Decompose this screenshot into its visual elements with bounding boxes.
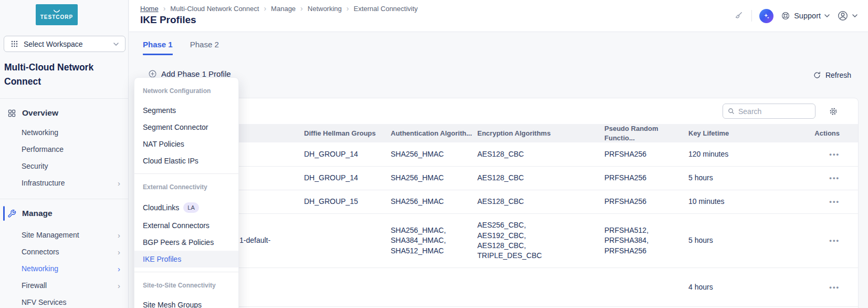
sidebar-item-label: Networking xyxy=(22,264,118,273)
refresh-icon xyxy=(813,71,821,79)
sidebar-divider xyxy=(0,199,128,199)
sidebar-item-label: Firewall xyxy=(22,281,118,290)
breadcrumb-item[interactable]: External Connectivity xyxy=(353,5,417,13)
table-header-row: Diffie Hellman Groups Authentication Alg… xyxy=(140,124,858,142)
cell-key-lifetime: 5 hours xyxy=(688,173,793,183)
chevron-down-icon xyxy=(824,14,830,17)
tab-phase-1[interactable]: Phase 1 xyxy=(143,40,173,55)
ai-sparkle-icon[interactable] xyxy=(759,9,773,23)
search-icon xyxy=(727,107,735,115)
workspace-selector-label: Select Workspace xyxy=(24,40,108,48)
cell-prf: PRFSHA256 xyxy=(604,149,688,159)
sidebar-section-manage[interactable]: Manage xyxy=(0,204,128,222)
sidebar-section-overview[interactable]: Overview xyxy=(0,104,128,122)
breadcrumb-item[interactable]: Multi-Cloud Network Connect xyxy=(170,5,259,13)
menu-item-label: CloudLinks xyxy=(143,203,179,212)
sidebar-item-performance[interactable]: Performance xyxy=(0,141,128,158)
chevron-right-icon xyxy=(163,4,166,13)
tab-phase-2[interactable]: Phase 2 xyxy=(190,40,219,55)
sidebar-item-label: Networking xyxy=(22,128,120,137)
column-header-actions: Actions xyxy=(793,129,858,138)
grid-2x2-icon xyxy=(7,109,16,118)
sidebar-item-label: Connectors xyxy=(22,248,118,256)
top-actions: Support xyxy=(732,0,857,32)
menu-item-external-connectors[interactable]: External Connectors xyxy=(134,217,238,234)
cell-encryption-algorithms: AES128_CBC xyxy=(477,173,604,183)
table-row[interactable]: 4 hours ••• xyxy=(140,268,858,307)
sidebar-item-infrastructure[interactable]: Infrastructure xyxy=(0,174,128,191)
cell-prf: PRFSHA256 xyxy=(604,173,688,183)
row-actions-menu-button[interactable]: ••• xyxy=(829,150,840,158)
cell-prf: PRFSHA512, PRFSHA384, PRFSHA256 xyxy=(604,225,688,256)
table-toolbar xyxy=(140,98,858,124)
sidebar: TESTCORP Select Workspace Multi-Cloud Ne… xyxy=(0,0,129,308)
search-input[interactable] xyxy=(738,107,811,116)
sidebar-item-label: Infrastructure xyxy=(22,179,118,187)
chevron-right-icon xyxy=(300,4,303,13)
account-menu-button[interactable] xyxy=(837,10,857,22)
user-circle-icon xyxy=(837,10,849,22)
sidebar-item-site-management[interactable]: Site Management xyxy=(0,227,128,243)
la-badge: LA xyxy=(183,202,198,213)
cell-encryption-algorithms: AES128_CBC xyxy=(477,197,604,207)
support-button[interactable]: Support xyxy=(781,11,830,20)
grid-3x3-icon xyxy=(11,40,18,48)
sidebar-divider xyxy=(0,98,128,99)
ike-profiles-table-card: Diffie Hellman Groups Authentication Alg… xyxy=(139,98,859,308)
row-actions-menu-button[interactable]: ••• xyxy=(829,283,840,291)
refresh-label: Refresh xyxy=(825,71,851,79)
sidebar-item-label: Site Management xyxy=(22,231,118,239)
breadcrumb-item[interactable]: Networking xyxy=(308,5,342,13)
gear-icon[interactable] xyxy=(829,107,838,116)
column-header-dh-groups: Diffie Hellman Groups xyxy=(304,129,391,138)
column-header-encryption-algorithms: Encryption Algorithms xyxy=(477,129,604,138)
table-row[interactable]: DH_GROUP_15 SHA256_HMAC AES128_CBC PRFSH… xyxy=(140,190,858,214)
menu-item-segments[interactable]: Segments xyxy=(134,102,238,119)
table-row[interactable]: DH_GROUP_14 SHA256_HMAC AES128_CBC PRFSH… xyxy=(140,167,858,190)
table-row[interactable]: 1-default- SHA256_HMAC, SHA384_HMAC, SHA… xyxy=(140,214,858,268)
breadcrumb-home-link[interactable]: Home xyxy=(140,5,159,13)
cell-prf: PRFSHA256 xyxy=(604,197,688,207)
cell-key-lifetime: 120 minutes xyxy=(688,149,793,159)
menu-item-segment-connector[interactable]: Segment Connector xyxy=(134,119,238,136)
row-actions-menu-button[interactable]: ••• xyxy=(829,237,840,244)
vertical-divider xyxy=(751,10,752,22)
cell-auth-algorithms: SHA256_HMAC xyxy=(391,197,477,207)
menu-group-site-to-site: Site-to-Site Connectivity xyxy=(134,272,238,296)
refresh-button[interactable]: Refresh xyxy=(813,71,851,79)
cell-auth-algorithms: SHA256_HMAC, SHA384_HMAC, SHA512_HMAC xyxy=(391,225,477,256)
sidebar-item-networking-overview[interactable]: Networking xyxy=(0,124,128,141)
logo-wings-icon xyxy=(51,9,62,13)
search-box xyxy=(723,104,815,119)
menu-item-ike-profiles[interactable]: IKE Profiles xyxy=(134,251,238,268)
menu-item-bgp-peers-policies[interactable]: BGP Peers & Policies xyxy=(134,234,238,251)
sidebar-item-nfv-services[interactable]: NFV Services xyxy=(0,294,128,308)
sidebar-item-connectors[interactable]: Connectors xyxy=(0,243,128,260)
sidebar-item-label: Performance xyxy=(22,145,120,153)
column-header-auth-algorithms: Authentication Algorith... xyxy=(391,129,477,138)
menu-item-cloud-elastic-ips[interactable]: Cloud Elastic IPs xyxy=(134,152,238,169)
breadcrumb-item[interactable]: Manage xyxy=(271,5,296,13)
cell-encryption-algorithms: AES256_CBC, AES192_CBC, AES128_CBC, TRIP… xyxy=(477,220,604,261)
sidebar-item-networking-manage[interactable]: Networking xyxy=(0,260,128,277)
cell-key-lifetime: 5 hours xyxy=(688,235,793,245)
product-title: Multi-Cloud Network Connect xyxy=(4,60,123,89)
sidebar-item-security[interactable]: Security xyxy=(0,158,128,174)
menu-item-nat-policies[interactable]: NAT Policies xyxy=(134,136,238,152)
table-row[interactable]: DH_GROUP_14 SHA256_HMAC AES128_CBC PRFSH… xyxy=(140,142,858,167)
cell-key-lifetime: 10 minutes xyxy=(688,197,793,207)
chevron-right-icon xyxy=(118,179,120,187)
sidebar-item-firewall[interactable]: Firewall xyxy=(0,277,128,294)
menu-item-site-mesh-groups[interactable]: Site Mesh Groups xyxy=(134,296,238,308)
workspace-selector[interactable]: Select Workspace xyxy=(4,36,126,52)
menu-item-cloudlinks[interactable]: CloudLinks LA xyxy=(134,198,238,217)
sidebar-section-label: Manage xyxy=(22,209,53,218)
breadcrumb: Home Multi-Cloud Network Connect Manage … xyxy=(140,4,418,13)
row-actions-menu-button[interactable]: ••• xyxy=(829,174,840,182)
manage-items: Site Management Connectors Networking Fi… xyxy=(0,227,128,308)
row-actions-menu-button[interactable]: ••• xyxy=(829,198,840,206)
networking-submenu-popover: Network Configuration Segments Segment C… xyxy=(134,77,239,308)
lifebuoy-icon xyxy=(781,11,790,20)
paintbrush-icon[interactable] xyxy=(732,10,744,22)
testcorp-logo: TESTCORP xyxy=(36,4,78,25)
